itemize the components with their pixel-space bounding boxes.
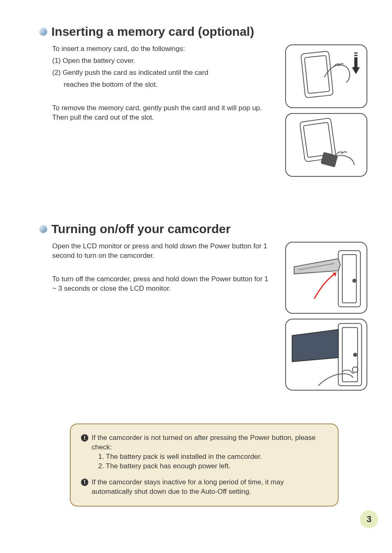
svg-rect-2: [354, 53, 357, 54]
step-1: (1) Open the battery cover.: [52, 56, 273, 66]
bullet-icon: [39, 225, 47, 233]
bullet-icon: [39, 28, 47, 36]
illustration-column: [285, 242, 367, 391]
turn-on-text: Open the LCD monitor or press and hold d…: [52, 242, 273, 261]
svg-rect-5: [303, 123, 332, 158]
content-row: To insert a memory card, do the followin…: [39, 44, 367, 177]
illustration-power-button: [285, 319, 367, 391]
text-column: To insert a memory card, do the followin…: [39, 44, 273, 125]
note-text: If the camcorder is not turned on after …: [92, 433, 325, 471]
alert-icon: !: [81, 434, 88, 442]
svg-point-13: [353, 353, 357, 356]
section-turning-on-off: Turning on/off your camcorder Open the L…: [39, 222, 367, 391]
remove-text: To remove the memory card, gently push t…: [52, 104, 273, 123]
illustration-column: [285, 44, 367, 177]
svg-rect-6: [321, 153, 337, 167]
section-heading: Turning on/off your camcorder: [39, 222, 367, 236]
note-1-check-2: 2. The battery pack has enough power lef…: [92, 462, 325, 471]
svg-point-12: [353, 367, 358, 373]
svg-point-9: [353, 279, 356, 282]
svg-rect-10: [338, 324, 362, 386]
note-box: ! If the camcorder is not turned on afte…: [70, 423, 339, 507]
step-2-line2: reaches the bottom of the slot.: [52, 80, 273, 90]
svg-rect-0: [301, 51, 333, 98]
text-column: Open the LCD monitor or press and hold d…: [39, 242, 273, 296]
svg-rect-8: [342, 255, 356, 303]
note-item-1: ! If the camcorder is not turned on afte…: [81, 433, 325, 471]
note-item-2: ! If the camcorder stays inactive for a …: [81, 478, 325, 497]
note-1-check-1: 1. The battery pack is well installed in…: [92, 452, 325, 462]
section-heading: Inserting a memory card (optional): [39, 25, 367, 39]
page-number: 3: [360, 510, 378, 528]
note-1-intro: If the camcorder is not turned on after …: [92, 433, 325, 452]
section-title: Turning on/off your camcorder: [51, 222, 231, 236]
section-insert-memory-card: Inserting a memory card (optional) To in…: [39, 25, 367, 177]
intro-text: To insert a memory card, do the followin…: [52, 44, 273, 54]
illustration-insert-card: [285, 44, 367, 108]
illustration-open-lcd: [285, 242, 367, 314]
turn-off-text: To turn off the camcorder, press and hol…: [52, 275, 273, 294]
note-2-text: If the camcorder stays inactive for a lo…: [92, 478, 325, 497]
svg-rect-3: [354, 55, 357, 56]
step-2-line1: (2) Gently push the card as indicated un…: [52, 68, 273, 78]
content-row: Open the LCD monitor or press and hold d…: [39, 242, 367, 391]
manual-page: Inserting a memory card (optional) To in…: [0, 0, 392, 553]
svg-rect-7: [338, 251, 360, 307]
section-title: Inserting a memory card (optional): [51, 25, 254, 39]
alert-icon: !: [81, 479, 88, 486]
illustration-remove-card: [285, 113, 367, 177]
